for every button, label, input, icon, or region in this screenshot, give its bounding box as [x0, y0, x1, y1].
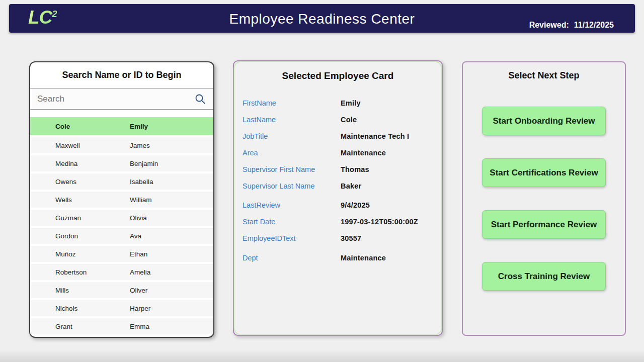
employee-first-name: Emma [130, 323, 149, 330]
search-bar [30, 88, 213, 110]
field-value: Maintenance [341, 149, 386, 157]
header-bar: LC2 Employee Readiness Center Reviewed:1… [9, 4, 635, 33]
employee-field-row: FirstName Emily [243, 95, 442, 111]
employee-row[interactable]: Grant Emma [30, 318, 213, 334]
employee-last-name: Gordon [55, 232, 130, 240]
field-value: 9/4/2025 [341, 201, 370, 209]
field-label: Dept [243, 254, 341, 262]
field-value: Maintenance [341, 254, 386, 262]
field-value: Thomas [341, 165, 369, 173]
employee-field-row: EmployeeIDText 30557 [243, 230, 442, 246]
field-label: LastName [243, 116, 341, 124]
employee-first-name: Ava [130, 232, 141, 240]
employee-field-row: LastName Cole [243, 111, 442, 128]
employee-row[interactable]: Mills Oliver [30, 282, 213, 298]
next-step-button[interactable]: Start Onboarding Review [482, 107, 606, 135]
employee-row[interactable]: Wells William [30, 192, 213, 208]
field-value: 30557 [341, 234, 361, 242]
field-label: JobTitle [243, 132, 341, 140]
employee-first-name: Ethan [130, 250, 147, 258]
field-value: Cole [341, 116, 357, 124]
employee-row[interactable]: Gordon Ava [30, 228, 213, 244]
employee-first-name: Olivia [130, 214, 147, 222]
field-label: LastReview [243, 201, 341, 209]
employee-field-row: Supervisor Last Name Baker [243, 177, 442, 194]
employee-first-name: Isabella [130, 178, 153, 186]
employee-last-name: Owens [55, 178, 130, 186]
reviewed-status: Reviewed:11/12/2025 [529, 21, 614, 30]
next-step-button[interactable]: Start Performance Review [482, 210, 606, 239]
employee-first-name: Benjamin [130, 160, 158, 167]
employee-last-name: Grant [55, 323, 130, 330]
next-step-buttons: Start Onboarding ReviewStart Certificati… [463, 107, 625, 291]
employee-row[interactable]: Nichols Harper [30, 300, 213, 316]
employee-row[interactable]: Medina Benjamin [30, 155, 213, 171]
employee-list: Cole Emily Maxwell James Medina Benjamin… [30, 110, 213, 334]
employee-first-name: James [130, 142, 150, 149]
employee-field-row: LastReview 9/4/2025 [243, 197, 442, 213]
employee-first-name: Emily [130, 123, 148, 130]
field-value: Maintenance Tech I [341, 132, 409, 140]
employee-row[interactable]: Robertson Amelia [30, 264, 213, 280]
employee-last-name: Muñoz [55, 250, 130, 258]
field-value: Emily [341, 99, 361, 107]
employee-last-name: Mills [55, 287, 130, 294]
employee-first-name: Amelia [130, 268, 150, 276]
employee-field-row: JobTitle Maintenance Tech I [243, 128, 442, 144]
employee-first-name: William [130, 196, 152, 204]
employee-row[interactable]: Maxwell James [30, 137, 213, 153]
field-label: Area [243, 149, 341, 157]
employee-row[interactable]: Cole Emily [30, 117, 213, 135]
employee-card-title: Selected Employee Card [234, 70, 442, 81]
employee-last-name: Maxwell [55, 142, 130, 149]
employee-first-name: Harper [130, 305, 150, 312]
field-label: Start Date [243, 218, 341, 226]
next-step-panel: Select Next Step Start Onboarding Review… [462, 61, 626, 336]
search-panel: Search Name or ID to Begin Cole Emily Ma… [29, 61, 214, 338]
employee-row[interactable]: Muñoz Ethan [30, 246, 213, 262]
employee-last-name: Medina [55, 160, 130, 167]
employee-field-row: Start Date 1997-03-12T05:00:00Z [243, 213, 442, 230]
field-value: 1997-03-12T05:00:00Z [341, 218, 418, 226]
reviewed-date: 11/12/2025 [574, 21, 614, 29]
selected-employee-card: Selected Employee Card FirstName Emily L… [233, 60, 443, 336]
page-bottom-edge [0, 350, 644, 362]
employee-last-name: Wells [55, 196, 130, 204]
search-icon[interactable] [194, 93, 206, 105]
next-step-button[interactable]: Cross Training Review [482, 262, 606, 291]
employee-last-name: Nichols [55, 305, 130, 312]
search-panel-title: Search Name or ID to Begin [30, 62, 213, 88]
employee-field-row: Area Maintenance [243, 144, 442, 161]
reviewed-label: Reviewed: [529, 21, 569, 29]
next-step-title: Select Next Step [463, 70, 625, 81]
employee-row[interactable]: Owens Isabella [30, 173, 213, 190]
employee-first-name: Oliver [130, 287, 147, 294]
employee-field-row: Dept Maintenance [243, 249, 442, 266]
employee-last-name: Cole [55, 123, 130, 130]
field-label: EmployeeIDText [243, 234, 341, 242]
field-label: FirstName [243, 99, 341, 107]
field-value: Baker [341, 182, 361, 190]
field-label: Supervisor Last Name [243, 182, 341, 190]
employee-last-name: Robertson [55, 268, 130, 276]
next-step-button[interactable]: Start Certifications Review [482, 158, 606, 187]
employee-field-row: Supervisor First Name Thomas [243, 161, 442, 177]
employee-row[interactable]: Guzman Olivia [30, 210, 213, 226]
employee-fields: FirstName Emily LastName Cole JobTitle M… [234, 95, 442, 266]
employee-last-name: Guzman [55, 214, 130, 222]
field-label: Supervisor First Name [243, 165, 341, 173]
search-input[interactable] [37, 94, 194, 104]
